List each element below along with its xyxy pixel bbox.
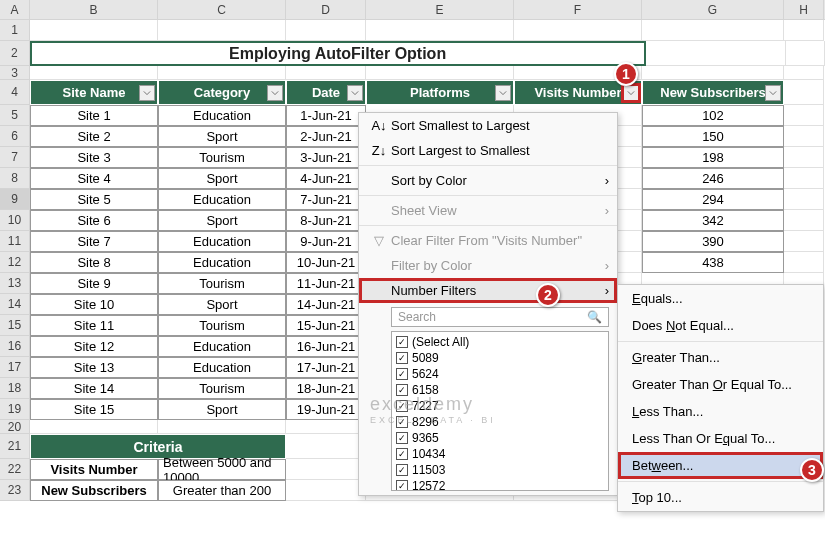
table-cell-site[interactable]: Site 11 [30,315,158,336]
row-header-13[interactable]: 13 [0,273,30,294]
table-cell-category[interactable]: Tourism [158,147,286,168]
filter-button-date[interactable] [347,85,363,101]
table-cell-site[interactable]: Site 8 [30,252,158,273]
table-cell-date[interactable]: 11-Jun-21 [286,273,366,294]
table-cell-date[interactable]: 1-Jun-21 [286,105,366,126]
table-cell-site[interactable]: Site 13 [30,357,158,378]
row-header-5[interactable]: 5 [0,105,30,126]
col-header-C[interactable]: C [158,0,286,19]
row-header-12[interactable]: 12 [0,252,30,273]
table-cell-date[interactable]: 3-Jun-21 [286,147,366,168]
table-cell-subscribers[interactable]: 438 [642,252,784,273]
table-cell-category[interactable]: Sport [158,168,286,189]
table-cell-date[interactable]: 16-Jun-21 [286,336,366,357]
row-header-15[interactable]: 15 [0,315,30,336]
table-cell-site[interactable]: Site 12 [30,336,158,357]
table-cell-date[interactable]: 10-Jun-21 [286,252,366,273]
table-cell-date[interactable]: 15-Jun-21 [286,315,366,336]
table-cell-subscribers[interactable]: 102 [642,105,784,126]
filter-button-subscribers[interactable] [765,85,781,101]
col-header-G[interactable]: G [642,0,784,19]
row-header-10[interactable]: 10 [0,210,30,231]
table-cell-category[interactable]: Education [158,189,286,210]
filter-search-input[interactable]: Search🔍 [391,307,609,327]
row-header-8[interactable]: 8 [0,168,30,189]
filter-checkbox-item[interactable]: ✓(Select All) [394,334,606,350]
row-header-2[interactable]: 2 [0,41,30,66]
row-header-1[interactable]: 1 [0,20,30,41]
table-cell-date[interactable]: 9-Jun-21 [286,231,366,252]
table-cell-site[interactable]: Site 1 [30,105,158,126]
number-filters-item[interactable]: Number Filters› [359,278,617,303]
table-cell-date[interactable]: 2-Jun-21 [286,126,366,147]
filter-values-list[interactable]: ✓(Select All)✓5089✓5624✓6158✓7227✓8296✓9… [391,331,609,491]
top-10-item[interactable]: Top 10... [618,484,823,511]
row-header-7[interactable]: 7 [0,147,30,168]
greater-than-item[interactable]: Greater Than... [618,344,823,371]
table-cell-site[interactable]: Site 5 [30,189,158,210]
table-cell-category[interactable]: Sport [158,126,286,147]
table-cell-category[interactable]: Education [158,231,286,252]
table-cell-subscribers[interactable]: 342 [642,210,784,231]
table-cell-subscribers[interactable]: 150 [642,126,784,147]
table-cell-subscribers[interactable]: 246 [642,168,784,189]
table-cell-site[interactable]: Site 6 [30,210,158,231]
sort-descending-item[interactable]: Z↓Sort Largest to Smallest [359,138,617,163]
row-header-22[interactable]: 22 [0,459,30,480]
filter-button-visits[interactable] [623,85,639,101]
row-header-14[interactable]: 14 [0,294,30,315]
table-cell-site[interactable]: Site 7 [30,231,158,252]
table-cell-date[interactable]: 18-Jun-21 [286,378,366,399]
table-cell-category[interactable]: Tourism [158,315,286,336]
less-than-item[interactable]: Less Than... [618,398,823,425]
filter-checkbox-item[interactable]: ✓6158 [394,382,606,398]
col-header-E[interactable]: E [366,0,514,19]
table-cell-date[interactable]: 14-Jun-21 [286,294,366,315]
table-cell-date[interactable]: 7-Jun-21 [286,189,366,210]
table-cell-site[interactable]: Site 3 [30,147,158,168]
table-cell-category[interactable]: Education [158,336,286,357]
sort-by-color-item[interactable]: Sort by Color› [359,168,617,193]
col-header-F[interactable]: F [514,0,642,19]
not-equal-item[interactable]: Does Not Equal... [618,312,823,339]
row-header-11[interactable]: 11 [0,231,30,252]
filter-checkbox-item[interactable]: ✓12572 [394,478,606,491]
sort-ascending-item[interactable]: A↓Sort Smallest to Largest [359,113,617,138]
row-header-21[interactable]: 21 [0,434,30,459]
filter-checkbox-item[interactable]: ✓5089 [394,350,606,366]
table-cell-site[interactable]: Site 15 [30,399,158,420]
row-header-19[interactable]: 19 [0,399,30,420]
table-cell-category[interactable]: Sport [158,294,286,315]
table-cell-date[interactable]: 19-Jun-21 [286,399,366,420]
filter-checkbox-item[interactable]: ✓8296 [394,414,606,430]
filter-checkbox-item[interactable]: ✓11503 [394,462,606,478]
table-cell-category[interactable]: Education [158,252,286,273]
table-cell-subscribers[interactable]: 198 [642,147,784,168]
table-cell-category[interactable]: Tourism [158,273,286,294]
less-equal-item[interactable]: Less Than Or Equal To... [618,425,823,452]
filter-button-category[interactable] [267,85,283,101]
row-header-6[interactable]: 6 [0,126,30,147]
table-cell-subscribers[interactable]: 294 [642,189,784,210]
table-cell-site[interactable]: Site 14 [30,378,158,399]
table-cell-subscribers[interactable]: 390 [642,231,784,252]
filter-checkbox-item[interactable]: ✓7227 [394,398,606,414]
filter-button-platforms[interactable] [495,85,511,101]
row-header-16[interactable]: 16 [0,336,30,357]
between-item[interactable]: Between... [618,452,823,479]
table-cell-date[interactable]: 4-Jun-21 [286,168,366,189]
greater-equal-item[interactable]: Greater Than Or Equal To... [618,371,823,398]
filter-button-site[interactable] [139,85,155,101]
row-header-23[interactable]: 23 [0,480,30,501]
table-cell-date[interactable]: 8-Jun-21 [286,210,366,231]
table-cell-site[interactable]: Site 4 [30,168,158,189]
equals-item[interactable]: Equals... [618,285,823,312]
table-cell-site[interactable]: Site 2 [30,126,158,147]
row-header-9[interactable]: 9 [0,189,30,210]
row-header-4[interactable]: 4 [0,80,30,105]
row-header-20[interactable]: 20 [0,420,30,434]
table-cell-category[interactable]: Education [158,105,286,126]
row-header-17[interactable]: 17 [0,357,30,378]
filter-checkbox-item[interactable]: ✓9365 [394,430,606,446]
row-header-3[interactable]: 3 [0,66,30,80]
